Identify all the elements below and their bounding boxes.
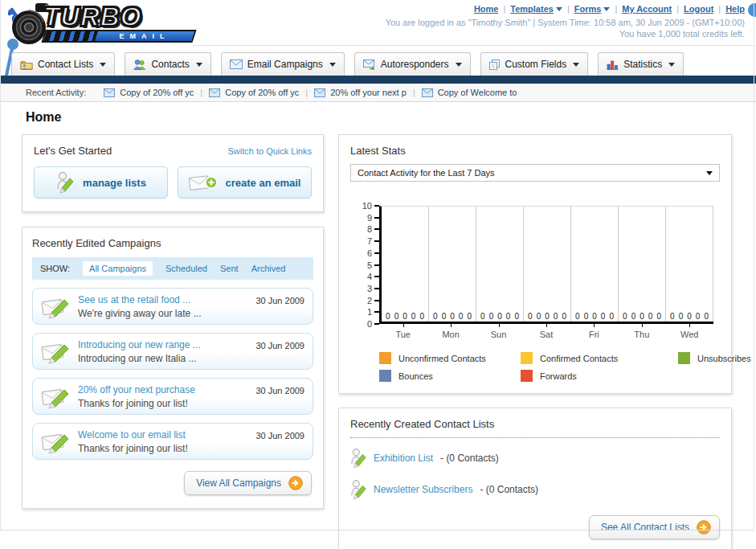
dropdown-arrow-icon [706, 171, 713, 175]
tab-label: Contact Lists [38, 59, 93, 70]
activity-separator: | [413, 88, 415, 97]
contact-list-count: - (0 Contacts) [480, 484, 538, 495]
campaign-text: See us at the retail food ... We're givi… [78, 294, 201, 319]
campaign-text: 20% off your next purchase Thanks for jo… [78, 384, 195, 409]
nav-separator: | [718, 4, 721, 14]
campaign-date: 30 Jun 2009 [255, 386, 304, 395]
campaign-card: Introducing our new range ... Introducin… [32, 333, 313, 370]
campaign-title-link[interactable]: See us at the retail food ... [78, 294, 201, 305]
recent-activity-item[interactable]: 20% off your next p [314, 88, 407, 97]
chart-x-axis: TueMonSunSatFriThuWed [379, 324, 713, 339]
manage-lists-button[interactable]: manage lists [34, 166, 168, 199]
contact-lists-title: Recently Created Contact Lists [350, 418, 494, 430]
chart-value-labels: 00000 [429, 312, 476, 321]
right-column: Latest Stats Contact Activity for the La… [338, 134, 732, 549]
corner-dot-decoration [748, 3, 756, 17]
y-tick-label: 3 [367, 284, 379, 293]
tab-label: Custom Fields [505, 59, 567, 70]
nav-separator: | [676, 4, 679, 14]
nav-my-account-link[interactable]: My Account [622, 4, 672, 14]
latest-stats-title: Latest Stats [350, 145, 406, 157]
y-tick-label: 4 [367, 272, 379, 281]
view-all-campaigns-button[interactable]: View All Campaigns [184, 471, 312, 495]
nav-forms-link[interactable]: Forms [574, 4, 611, 14]
nav-templates-link[interactable]: Templates [510, 4, 562, 14]
person-edit-icon [55, 170, 75, 195]
campaigns-filter-bar: SHOW: All Campaigns Scheduled Sent Archi… [32, 257, 313, 280]
chevron-down-icon [668, 63, 675, 67]
contact-list-link[interactable]: Exhibition List [374, 453, 433, 464]
recent-activity-item[interactable]: Copy of 20% off yc [104, 88, 194, 97]
x-tick-label: Sun [475, 324, 522, 339]
nav-help-link[interactable]: Help [725, 4, 745, 14]
contact-list-item: Exhibition List - (0 Contacts) [350, 447, 720, 469]
turbo-email-logo[interactable]: TURBO EMAIL [6, 2, 199, 48]
arrow-circle-icon [288, 476, 303, 490]
tab-contacts[interactable]: Contacts [125, 52, 210, 76]
tab-autoresponders[interactable]: Autoresponders [354, 52, 471, 76]
create-email-button[interactable]: create an email [178, 166, 312, 199]
x-tick-label: Sat [522, 324, 570, 339]
legend-label: Unsubscribes [697, 354, 751, 363]
switch-quick-links-link[interactable]: Switch to Quick Links [227, 146, 312, 156]
y-tick-label: 2 [367, 296, 379, 305]
filter-scheduled[interactable]: Scheduled [166, 264, 207, 273]
folder-icon [20, 59, 33, 70]
campaign-title-link[interactable]: 20% off your next purchase [78, 384, 195, 395]
y-tick-label: 1 [367, 307, 379, 317]
contacts-icon [133, 59, 146, 70]
recent-activity-item[interactable]: Copy of Welcome to [422, 88, 517, 97]
filter-archived[interactable]: Archived [251, 264, 286, 273]
contact-list-count: - (0 Contacts) [440, 453, 499, 464]
chart-value-labels: 00000 [382, 312, 428, 321]
y-tick-label: 5 [367, 260, 379, 270]
manage-lists-label: manage lists [83, 177, 146, 189]
stats-period-dropdown[interactable]: Contact Activity for the Last 7 Days [350, 164, 720, 182]
chevron-down-icon [100, 63, 106, 67]
activity-item-label: Copy of 20% off yc [225, 88, 299, 97]
chevron-down-icon [556, 7, 562, 11]
campaign-text: Introducing our new range ... Introducin… [78, 339, 201, 364]
tab-statistics[interactable]: Statistics [598, 52, 684, 76]
chart-value-labels: 00000 [619, 312, 665, 321]
logo-email-bar: EMAIL [41, 30, 196, 43]
custom-fields-icon [489, 59, 501, 70]
nav-logout-link[interactable]: Logout [684, 4, 713, 14]
campaign-subtitle: Thanks for joining our list! [78, 398, 195, 409]
chart-plot: 00000000000000000000000000000000000 [379, 206, 713, 324]
legend-label: Confirmed Contacts [540, 354, 618, 363]
chart-y-axis: 109876543210 [350, 206, 379, 324]
chart-day-group: 00000 [382, 207, 429, 322]
see-all-contact-lists-button[interactable]: See All Contact Lists [589, 515, 720, 539]
campaign-card: Welcome to our email list Thanks for joi… [32, 423, 313, 460]
autoresponder-icon [363, 59, 376, 70]
get-started-title: Let's Get Started [34, 145, 112, 157]
campaign-date: 30 Jun 2009 [255, 341, 304, 350]
campaign-date: 30 Jun 2009 [255, 296, 304, 305]
recent-activity-item[interactable]: Copy of 20% off yc [209, 88, 299, 97]
filter-sent[interactable]: Sent [220, 264, 239, 273]
filter-all-campaigns[interactable]: All Campaigns [83, 261, 153, 276]
recent-activity-label: Recent Activity: [26, 88, 86, 97]
envelope-edit-icon [41, 293, 72, 319]
nav-home-link[interactable]: Home [474, 4, 499, 14]
contact-list-link[interactable]: Newsletter Subscribers [374, 484, 472, 495]
tab-custom-fields[interactable]: Custom Fields [480, 52, 589, 76]
campaign-title-link[interactable]: Welcome to our email list [78, 429, 188, 440]
campaign-title-link[interactable]: Introducing our new range ... [78, 339, 201, 350]
chart-day-group: 00000 [429, 207, 476, 322]
contact-list-item: Newsletter Subscribers - (0 Contacts) [350, 478, 720, 501]
person-edit-icon [350, 478, 366, 501]
tab-contact-lists[interactable]: Contact Lists [11, 52, 115, 76]
tab-email-campaigns[interactable]: Email Campaigns [221, 52, 345, 76]
legend-item: Unconfirmed Contacts [379, 352, 521, 364]
legend-swatch [521, 352, 533, 364]
header-divider [193, 45, 755, 46]
chart-day-group: 00000 [476, 207, 524, 322]
contact-activity-chart: 109876543210 000000000000000000000000000… [379, 206, 713, 339]
left-column: Let's Get Started Switch to Quick Links … [22, 134, 324, 509]
tab-label: Autoresponders [381, 59, 449, 70]
speed-stripes [43, 31, 98, 41]
envelope-edit-icon [41, 428, 72, 454]
main-nav-tabs: Contact Lists Contacts Email Campaigns [0, 51, 756, 76]
